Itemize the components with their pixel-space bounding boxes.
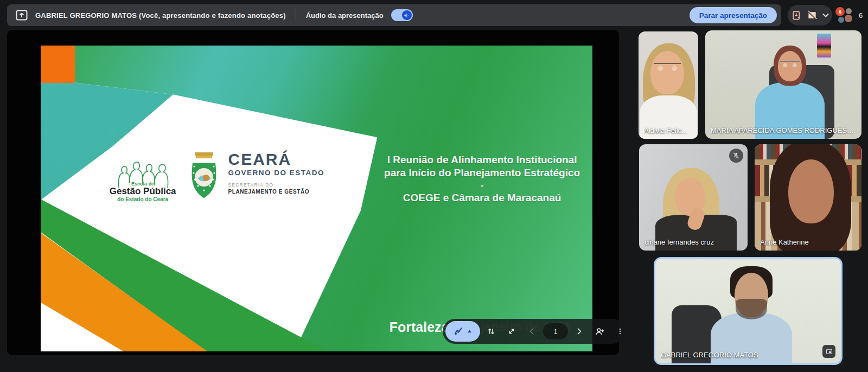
presentation-mini-controls	[788, 5, 832, 25]
pip-indicator-icon	[822, 345, 835, 358]
presentation-top-bar: GABRIEL GREGORIO MATOS (Você, apresentan…	[7, 4, 781, 26]
logo-escola-line3: do Estado do Ceará	[107, 196, 178, 202]
presenter-status-label: GABRIEL GREGORIO MATOS (Você, apresentan…	[35, 11, 286, 20]
speaker-icon	[402, 10, 412, 20]
avatar	[846, 8, 852, 14]
slide-title-line1: I Reunião de Alinhamento Institucional	[377, 153, 586, 166]
slide-title: I Reunião de Alinhamento Institucional p…	[377, 153, 586, 204]
presentation-stage: Escola de Gestão Pública do Estado do Ce…	[7, 30, 619, 355]
chevron-up-icon	[467, 330, 472, 333]
expand-diagonal-icon	[507, 326, 516, 336]
chevron-right-icon	[575, 327, 583, 336]
more-options-button[interactable]	[610, 322, 630, 341]
avatar	[845, 15, 852, 22]
minimize-presentation-icon[interactable]	[792, 10, 802, 21]
logo-ceara-sec2: PLANEJAMENTO E GESTÃO	[228, 189, 325, 195]
participant-tile-aldivia[interactable]: Aldivia Felic...	[639, 31, 698, 139]
fullscreen-button[interactable]	[502, 322, 521, 341]
caret-down-icon[interactable]	[822, 13, 829, 17]
avatar	[838, 17, 844, 23]
next-slide-button[interactable]	[569, 322, 589, 341]
wall-poster	[817, 34, 831, 57]
slide-footer-text: Fortaleza	[390, 319, 449, 335]
presentation-audio-label: Áudio da apresentação	[306, 11, 384, 20]
presenter-toolbar: 1	[443, 319, 625, 344]
chevron-left-icon	[528, 327, 537, 336]
participant-name-label: GABRIEL GREGORIO MATOS	[661, 351, 758, 359]
participant-name-label: Aldivia Felic...	[644, 126, 687, 134]
annotate-button[interactable]	[445, 321, 480, 342]
logo-ceara-sec1: SECRETARIA DO	[228, 182, 325, 188]
mic-off-icon	[729, 149, 743, 163]
participant-name-label: Anne Katherine	[760, 238, 809, 246]
participants-panel-button[interactable]: 6 6	[835, 6, 868, 24]
avatar-cluster: 6	[835, 7, 854, 24]
previous-slide-button[interactable]	[522, 322, 542, 341]
add-co-annotator-button[interactable]	[590, 322, 609, 341]
topbar-divider	[296, 9, 296, 21]
scroll-mode-button[interactable]	[481, 322, 501, 341]
slide-page-indicator: 1	[543, 323, 568, 339]
stop-presentation-button[interactable]: Parar apresentação	[690, 7, 777, 23]
more-vertical-icon	[616, 326, 624, 336]
logo-escola-line2: Gestão Pública	[107, 187, 178, 196]
participant-tile-maria[interactable]: MARIA APARECIDA GOMES RODRIGUES ...	[705, 30, 861, 139]
slide-title-line3: -	[377, 179, 586, 191]
logo-ceara-gov: GOVERNO DO ESTADO	[228, 169, 325, 177]
arrows-up-down-icon	[486, 326, 496, 336]
participant-name-label: MARIA APARECIDA GOMES RODRIGUES ...	[711, 126, 854, 134]
change-layout-disabled-icon[interactable]	[807, 10, 818, 21]
slide-title-line4: COEGE e Câmara de Maracanaú	[377, 191, 586, 204]
ceara-coat-of-arms-icon	[187, 151, 221, 202]
person-add-icon	[595, 326, 605, 337]
slide-title-line2: para Início do Planejamento Estratégico	[377, 166, 586, 179]
participant-count: 6	[859, 11, 863, 20]
participant-tile-anne[interactable]: Anne Katherine	[755, 144, 861, 251]
present-screen-icon	[16, 9, 28, 21]
logo-escola-gestao-publica: Escola de Gestão Pública do Estado do Ce…	[107, 157, 178, 202]
pen-scribble-icon	[454, 326, 464, 337]
avatar: 6	[835, 7, 845, 16]
logo-governo-ceara: CEARÁ GOVERNO DO ESTADO SECRETARIA DO PL…	[187, 151, 325, 202]
presentation-audio-toggle[interactable]	[391, 9, 413, 21]
participant-tile-gabriel-self[interactable]: GABRIEL GREGORIO MATOS	[654, 257, 843, 365]
participant-tile-cirlane[interactable]: cirlane fernandes cruz	[639, 144, 748, 251]
participant-name-label: cirlane fernandes cruz	[644, 238, 714, 246]
logo-ceara-name: CEARÁ	[228, 151, 325, 168]
slide-canvas[interactable]: Escola de Gestão Pública do Estado do Ce…	[41, 46, 592, 351]
slide-orange-corner	[41, 46, 75, 83]
